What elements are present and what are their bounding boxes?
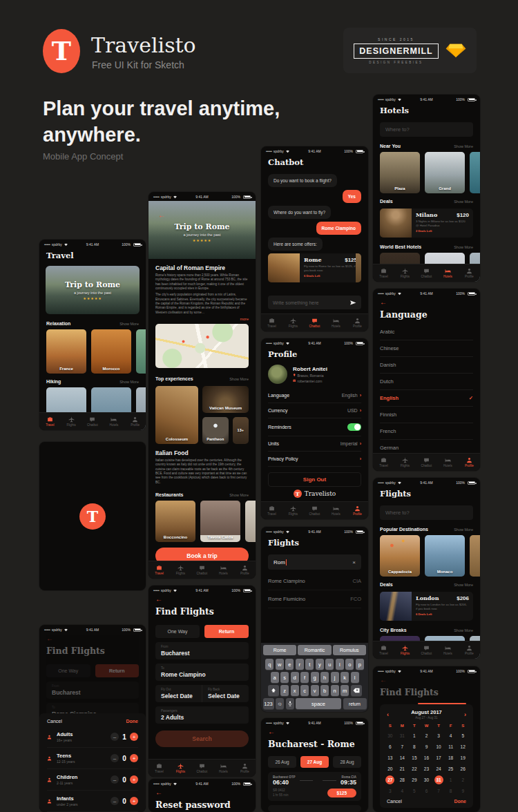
minus-button[interactable]: – <box>111 733 119 741</box>
date-chip[interactable]: 27 Aug <box>300 756 329 768</box>
day-cell[interactable]: 9 <box>459 786 468 795</box>
language-option[interactable]: Danish <box>380 357 473 374</box>
back-arrow[interactable]: ← <box>373 298 480 307</box>
day-cell[interactable]: 20 <box>385 764 394 773</box>
search-button[interactable]: Search <box>155 731 249 747</box>
day-cell[interactable]: 8 <box>410 742 419 751</box>
emoji-key[interactable]: ☺ <box>276 698 284 709</box>
letter-key[interactable]: e <box>285 659 294 670</box>
experience-card-more[interactable]: 13+ <box>233 417 249 444</box>
letter-key[interactable]: d <box>291 672 299 683</box>
day-cell[interactable]: 3 <box>434 731 443 740</box>
tab-flights[interactable]: Flights <box>170 760 191 777</box>
tab-travel[interactable]: Travel <box>148 561 170 579</box>
settings-row-units[interactable]: UnitsImperial› <box>268 436 361 452</box>
tab-hotels[interactable]: Hotels <box>213 561 234 579</box>
letter-key[interactable]: c <box>300 685 309 696</box>
from-field[interactable]: FromBucharest <box>46 682 139 699</box>
hotel-search-input[interactable]: Where to? <box>380 122 473 137</box>
day-cell[interactable]: 31 <box>434 775 443 784</box>
experience-card-vatican[interactable]: Vatican Museum <box>202 386 249 413</box>
experience-card-colosseum[interactable]: Colosseum <box>155 386 198 444</box>
plus-button[interactable]: + <box>130 775 138 784</box>
destination-card[interactable]: Monaco <box>425 535 465 577</box>
return-tab[interactable]: Return <box>204 625 249 638</box>
letter-key[interactable]: p <box>356 659 364 670</box>
day-cell[interactable]: 16 <box>422 753 431 762</box>
day-cell[interactable]: 12 <box>459 742 468 751</box>
minus-button[interactable]: – <box>111 797 119 805</box>
tab-chatbot[interactable]: Chatbot <box>191 760 213 777</box>
letter-key[interactable]: n <box>331 685 339 696</box>
tab-profile[interactable]: Profile <box>459 454 480 471</box>
letter-key[interactable]: q <box>265 659 274 670</box>
tab-hotels[interactable]: Hotels <box>437 264 459 282</box>
suggestion-chip[interactable]: Romantic <box>298 645 331 655</box>
letter-key[interactable]: x <box>291 685 299 696</box>
letter-key[interactable]: l <box>351 672 359 683</box>
day-cell[interactable]: 6 <box>385 742 394 751</box>
tab-flights[interactable]: Flights <box>394 454 416 471</box>
clear-icon[interactable]: × <box>352 559 356 566</box>
cancel-button[interactable]: Cancel <box>387 799 402 804</box>
next-month-arrow[interactable]: › <box>464 711 466 718</box>
destination-card[interactable]: France <box>46 329 86 374</box>
day-cell[interactable]: 31 <box>398 731 407 740</box>
flight-search-input[interactable]: Where to? <box>380 505 473 520</box>
letter-key[interactable]: g <box>311 672 319 683</box>
day-cell[interactable]: 8 <box>446 786 455 795</box>
tab-hotels[interactable]: Hotels <box>103 413 124 430</box>
hotel-card[interactable]: Plaza <box>380 152 420 193</box>
day-cell[interactable]: 5 <box>459 731 468 740</box>
passengers-field[interactable]: Passengers2 Adults <box>155 706 249 724</box>
settings-row-reminders[interactable]: Reminders <box>268 418 361 436</box>
day-cell[interactable]: 5 <box>410 786 419 795</box>
language-option[interactable]: Chinese <box>380 340 473 357</box>
letter-key[interactable]: t <box>305 659 314 670</box>
tab-chatbot[interactable]: Chatbot <box>416 264 437 282</box>
plus-button[interactable]: + <box>130 754 138 762</box>
settings-row-language[interactable]: LanguageEnglish› <box>268 388 361 403</box>
tab-profile[interactable]: Profile <box>124 413 146 430</box>
show-more-link[interactable]: Show More <box>454 583 473 587</box>
day-cell[interactable]: 2 <box>422 731 431 740</box>
map-preview[interactable] <box>155 324 249 368</box>
more-link[interactable]: more <box>155 317 249 321</box>
letter-key[interactable]: y <box>316 659 324 670</box>
to-field[interactable]: ToRome Ciampino <box>155 664 249 681</box>
letter-key[interactable]: v <box>311 685 319 696</box>
numbers-key[interactable]: 123 <box>263 698 274 709</box>
day-cell[interactable]: 19 <box>459 753 468 762</box>
day-cell[interactable]: 9 <box>422 742 431 751</box>
tab-hotels[interactable]: Hotels <box>325 314 347 331</box>
cancel-button[interactable]: Cancel <box>47 719 62 724</box>
back-arrow[interactable]: ← <box>373 675 480 685</box>
airport-result[interactable]: Rome CiampinoCIA <box>268 572 361 590</box>
tab-travel[interactable]: Travel <box>373 454 394 471</box>
day-cell[interactable]: 1 <box>446 775 455 784</box>
tab-flights[interactable]: Flights <box>61 413 82 430</box>
day-cell[interactable]: 4 <box>398 786 407 795</box>
letter-key[interactable]: u <box>325 659 334 670</box>
day-cell[interactable]: 1 <box>410 731 419 740</box>
day-cell[interactable]: 3 <box>385 786 394 795</box>
chat-input[interactable]: Write something here <box>268 296 361 309</box>
space-key[interactable]: space <box>296 698 341 709</box>
day-cell[interactable]: 18 <box>446 753 455 762</box>
day-cell[interactable]: 24 <box>434 764 443 773</box>
one-way-tab[interactable]: One Way <box>155 625 200 638</box>
date-chip[interactable]: 28 Aug <box>333 756 361 768</box>
destination-card[interactable]: Morocco <box>91 329 131 374</box>
flight-card[interactable]: Bucharest OTP06:40 Roma CIA09:35 SR 0412… <box>268 772 361 801</box>
language-option[interactable]: Finnish <box>380 407 473 423</box>
back-arrow[interactable]: ← <box>151 211 172 220</box>
show-more-link[interactable]: Show More <box>119 322 139 326</box>
back-arrow[interactable]: ← <box>39 634 146 644</box>
tab-chatbot[interactable]: Chatbot <box>191 561 213 579</box>
letter-key[interactable]: m <box>340 685 349 696</box>
day-cell[interactable]: 10 <box>434 742 443 751</box>
day-cell[interactable]: 27 <box>385 775 394 784</box>
trip-hero-card[interactable]: Trip to Rome a journey into the past ★★★… <box>46 266 140 314</box>
day-cell[interactable]: 15 <box>410 753 419 762</box>
day-cell[interactable]: 2 <box>459 775 468 784</box>
